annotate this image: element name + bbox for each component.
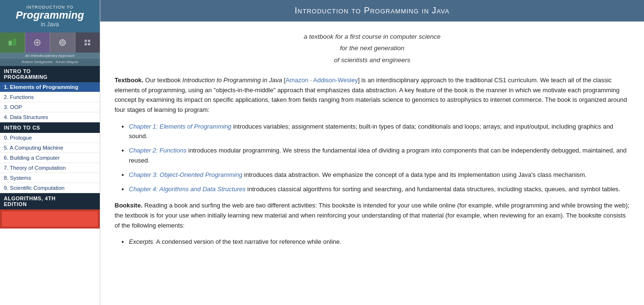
svg-rect-13 — [84, 40, 87, 42]
nav-item-computing-machine[interactable]: 5. A Computing Machine — [0, 143, 100, 153]
booksite-paragraph: Booksite. Reading a book and surfing the… — [115, 201, 630, 230]
nav-header-intro-programming: Intro toProgramming — [0, 66, 100, 82]
textbook-dot: · — [308, 76, 313, 84]
nav-item-oop[interactable]: 3. OOP — [0, 102, 100, 112]
chapter-2-desc: introduces modular programming. We stres… — [129, 147, 627, 163]
textbook-bracket-close: ] — [358, 76, 360, 84]
amazon-link[interactable]: Amazon — [285, 76, 308, 84]
book-title: Programming — [5, 10, 95, 21]
svg-rect-14 — [88, 40, 90, 42]
book-cover: INTRODUCTION TO Programming in Java — [0, 0, 100, 33]
cover-subtitle: An Interdisciplinary Approach — [0, 53, 100, 59]
nav-item-functions[interactable]: 2. Functions — [0, 92, 100, 102]
nav-item-theory-computation[interactable]: 7. Theory of Computation — [0, 163, 100, 173]
chapter-3-link[interactable]: Chapter 3: Object-Oriented Programming — [129, 171, 243, 178]
main-content: Introduction to Programming in Java a te… — [100, 0, 644, 305]
nav-item-systems[interactable]: 8. Systems — [0, 173, 100, 183]
chapter-4-desc: introduces classical algorithms for sort… — [247, 185, 620, 193]
chapter-3-desc: introduces data abstraction. We emphasiz… — [244, 171, 587, 178]
nav-header-algorithms: Algorithms, 4thEdition — [0, 193, 100, 209]
cover-icon-2 — [25, 33, 51, 53]
cover-authors: Robert Sedgewick · Kevin Wayne — [0, 59, 100, 66]
cover-icons-row — [0, 33, 100, 53]
svg-point-8 — [62, 42, 63, 43]
content-area: a textbook for a first course in compute… — [100, 31, 644, 263]
textbook-intro: Our textbook — [145, 76, 182, 84]
chapter-3-item: Chapter 3: Object-Oriented Programming i… — [129, 170, 630, 180]
cover-icon-1 — [0, 33, 25, 53]
nav-item-elements[interactable]: 1. Elements of Programming — [0, 82, 100, 92]
page-title: Introduction to Programming in Java — [295, 6, 449, 15]
textbook-paragraph: Textbook. Our textbook Introduction to P… — [115, 76, 630, 115]
chapter-2-link[interactable]: Chapter 2: Functions — [129, 147, 187, 154]
nav-item-data-structures[interactable]: 4. Data Structures — [0, 112, 100, 122]
chapter-4-item: Chapter 4: Algorithms and Data Structure… — [129, 185, 630, 194]
booksite-list: Excerpts. A condensed version of the tex… — [129, 237, 630, 247]
book-subtitle: in Java — [5, 21, 95, 28]
excerpts-item: Excerpts. A condensed version of the tex… — [129, 237, 630, 247]
cover-icon-4 — [75, 33, 100, 53]
subtitle-line-2: for the next generation — [115, 43, 630, 54]
cover-icon-3 — [50, 33, 75, 53]
chapters-list: Chapter 1: Elements of Programming intro… — [129, 122, 630, 194]
nav-item-building-computer[interactable]: 6. Building a Computer — [0, 153, 100, 163]
excerpts-label: Excerpts. — [129, 238, 155, 245]
sidebar: INTRODUCTION TO Programming in Java — [0, 0, 100, 305]
chapter-4-link[interactable]: Chapter 4: Algorithms and Data Structure… — [129, 185, 245, 193]
algo-cover-inner — [2, 211, 98, 227]
svg-rect-1 — [13, 39, 16, 45]
svg-rect-15 — [84, 43, 87, 45]
textbook-label: Textbook. — [115, 76, 143, 84]
booksite-body: Reading a book and surfing the web are t… — [115, 202, 629, 229]
booksite-label: Booksite. — [115, 202, 143, 209]
subtitle-line-3: of scientists and engineers — [115, 54, 630, 66]
algo-cover — [0, 209, 100, 229]
subtitle-block: a textbook for a first course in compute… — [115, 31, 630, 66]
textbook-title: Introduction to Programming in Java — [182, 76, 282, 84]
chapter-1-item: Chapter 1: Elements of Programming intro… — [129, 122, 630, 141]
chapter-1-link[interactable]: Chapter 1: Elements of Programming — [129, 123, 232, 130]
nav-header-intro-cs: Intro to CS — [0, 122, 100, 133]
chapter-2-item: Chapter 2: Functions introduces modular … — [129, 146, 630, 165]
addison-link[interactable]: Addison-Wesley — [313, 76, 358, 84]
page-header: Introduction to Programming in Java — [100, 0, 644, 22]
nav-item-scientific-computation[interactable]: 9. Scientific Computation — [0, 183, 100, 193]
svg-rect-0 — [9, 41, 12, 45]
subtitle-line-1: a textbook for a first course in compute… — [115, 31, 630, 43]
nav-item-prologue[interactable]: 0. Prologue — [0, 133, 100, 143]
svg-rect-16 — [88, 43, 90, 45]
excerpts-body: A condensed version of the text narrativ… — [156, 238, 341, 245]
